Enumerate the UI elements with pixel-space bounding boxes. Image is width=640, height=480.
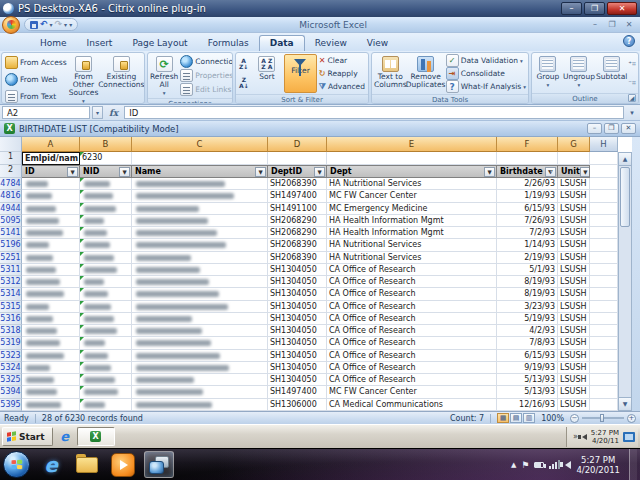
cell-deptid[interactable]: SH1304050 [268, 276, 327, 288]
filter-dropdown-icon[interactable]: ▼ [314, 167, 325, 177]
row-number[interactable]: 5318 [0, 325, 22, 337]
row-number[interactable]: 5314 [0, 288, 22, 300]
cell-id-redacted[interactable] [22, 350, 80, 362]
cell-name-redacted[interactable] [132, 325, 268, 337]
cell-dept[interactable]: MC FW Cancer Center [327, 190, 497, 202]
cell-deptid[interactable]: SH1304050 [268, 264, 327, 276]
cell-name-redacted[interactable] [132, 301, 268, 313]
zoom-out-icon[interactable]: − [570, 414, 579, 423]
restore-button[interactable]: ❐ [584, 2, 605, 15]
cell-dept[interactable]: CA Office of Research [327, 301, 497, 313]
workbook-minimize-button[interactable]: – [587, 123, 602, 134]
cell-unit[interactable]: LSUSH [558, 337, 590, 349]
office-button[interactable] [2, 16, 20, 34]
save-icon[interactable] [30, 21, 38, 29]
cell-nid-redacted[interactable] [80, 264, 132, 276]
clear-filter-button[interactable]: ✕Clear [318, 54, 366, 67]
header-cell-dept[interactable]: Dept▼ [327, 165, 497, 178]
network-signal-icon[interactable] [549, 460, 560, 469]
sort-button[interactable]: A ZZ A Sort [251, 54, 283, 93]
cell-empty[interactable] [590, 362, 618, 374]
cell-deptid[interactable]: SH1304050 [268, 325, 327, 337]
connections-button[interactable]: Connections [179, 55, 233, 68]
cell-id-redacted[interactable] [22, 313, 80, 325]
cell-birthdate[interactable]: 4/2/93 [497, 325, 558, 337]
session-start-button[interactable]: Start [2, 427, 53, 446]
cell-nid-redacted[interactable] [80, 374, 132, 386]
cell-id-redacted[interactable] [22, 276, 80, 288]
cell-unit[interactable]: LSUSH [558, 252, 590, 264]
cell-birthdate[interactable]: 8/19/93 [497, 288, 558, 300]
column-header-g[interactable]: G [558, 137, 590, 152]
cell-name-redacted[interactable] [132, 313, 268, 325]
row-number[interactable]: 4784 [0, 178, 22, 190]
cell-unit[interactable]: LSUSH [558, 178, 590, 190]
column-header-d[interactable]: D [268, 137, 327, 152]
row-number[interactable]: 5319 [0, 337, 22, 349]
cell-unit[interactable]: LSUSH [558, 264, 590, 276]
cell-id-redacted[interactable] [22, 374, 80, 386]
cell-deptid[interactable]: SH1491100 [268, 203, 327, 215]
cell-empty[interactable] [590, 190, 618, 202]
cell-dept[interactable]: CA Office of Research [327, 313, 497, 325]
cell-nid-redacted[interactable] [80, 227, 132, 239]
cell-empty[interactable] [590, 386, 618, 398]
header-cell-id[interactable]: ID▼ [22, 165, 80, 178]
action-center-flag-icon[interactable]: ⚑ [521, 460, 529, 470]
cell-a1[interactable]: Emlpid/nam [22, 152, 80, 165]
cell-nid-redacted[interactable] [80, 325, 132, 337]
scroll-up-icon[interactable]: ▲ [619, 153, 631, 166]
filter-dropdown-icon[interactable]: ▼ [580, 167, 590, 177]
cell-id-redacted[interactable] [22, 399, 80, 411]
cell-unit[interactable]: LSUSH [558, 203, 590, 215]
taskbar-explorer-button[interactable] [72, 451, 102, 478]
cell-h1[interactable] [590, 152, 618, 165]
cell-dept[interactable]: CA Office of Research [327, 288, 497, 300]
cell-nid-redacted[interactable] [80, 252, 132, 264]
scrollbar-thumb[interactable] [620, 167, 630, 227]
cell-birthdate[interactable]: 7/26/93 [497, 215, 558, 227]
cell-nid-redacted[interactable] [80, 350, 132, 362]
cell-unit[interactable]: LSUSH [558, 227, 590, 239]
column-header-e[interactable]: E [327, 137, 497, 152]
cell-nid-redacted[interactable] [80, 203, 132, 215]
zoom-level[interactable]: 100% [541, 414, 564, 423]
cell-nid-redacted[interactable] [80, 178, 132, 190]
cell-nid-redacted[interactable] [80, 399, 132, 411]
cell-birthdate[interactable]: 5/19/93 [497, 313, 558, 325]
cell-id-redacted[interactable] [22, 337, 80, 349]
data-validation-button[interactable]: ✓Data Validation▾ [445, 54, 527, 67]
remove-duplicates-button[interactable]: Remove Duplicates [408, 54, 444, 93]
vertical-scrollbar[interactable]: ▲ ▼ [618, 152, 632, 411]
cell-birthdate[interactable]: 5/13/93 [497, 374, 558, 386]
show-hidden-icons-icon[interactable]: ▲ [511, 461, 516, 469]
cell-dept[interactable]: CA Office of Research [327, 276, 497, 288]
cell-birthdate[interactable]: 1/14/93 [497, 239, 558, 251]
cell-empty[interactable] [590, 276, 618, 288]
filter-applied-icon[interactable]: ⧨ [545, 167, 556, 177]
cell-empty[interactable] [590, 399, 618, 411]
workbook-restore-button[interactable]: ❐ [604, 123, 619, 134]
cell-birthdate[interactable]: 12/16/93 [497, 399, 558, 411]
cell-unit[interactable]: LSUSH [558, 350, 590, 362]
sort-ascending-button[interactable]: AZ↓ [238, 57, 250, 70]
cell-dept[interactable]: CA Office of Research [327, 337, 497, 349]
cell-name-redacted[interactable] [132, 239, 268, 251]
cell-nid-redacted[interactable] [80, 190, 132, 202]
cell-id-redacted[interactable] [22, 178, 80, 190]
cell-empty[interactable] [590, 178, 618, 190]
column-header-h[interactable]: H [590, 137, 618, 152]
taskbar-ie-button[interactable]: e [36, 451, 66, 478]
cell-nid-redacted[interactable] [80, 276, 132, 288]
show-desktop-button[interactable] [629, 449, 637, 480]
advanced-filter-button[interactable]: ⧩Advanced [318, 80, 366, 93]
scrollbar-track[interactable] [619, 228, 631, 397]
speaker-icon[interactable] [565, 461, 571, 469]
cell-name-redacted[interactable] [132, 288, 268, 300]
cell-f1[interactable] [497, 152, 558, 165]
cell-birthdate[interactable]: 8/19/93 [497, 276, 558, 288]
cell-deptid[interactable]: SH1306000 [268, 399, 327, 411]
undo-icon[interactable]: ↶ [40, 20, 48, 29]
reapply-button[interactable]: ↻Reapply [318, 67, 366, 80]
cell-name-redacted[interactable] [132, 386, 268, 398]
